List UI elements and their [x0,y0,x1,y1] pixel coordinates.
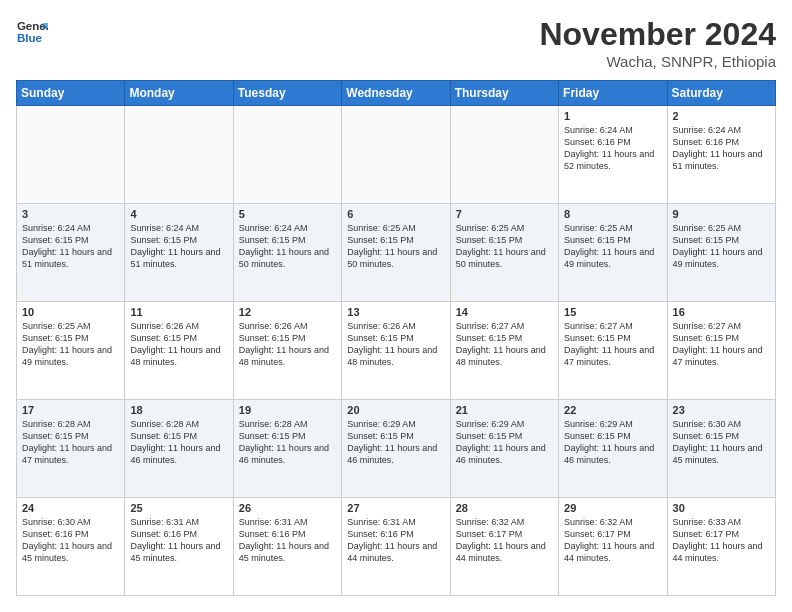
day-number: 17 [22,404,119,416]
calendar-cell: 22Sunrise: 6:29 AM Sunset: 6:15 PM Dayli… [559,400,667,498]
day-info: Sunrise: 6:31 AM Sunset: 6:16 PM Dayligh… [130,516,227,565]
day-number: 26 [239,502,336,514]
calendar-cell: 21Sunrise: 6:29 AM Sunset: 6:15 PM Dayli… [450,400,558,498]
calendar-table: SundayMondayTuesdayWednesdayThursdayFrid… [16,80,776,596]
calendar-cell: 6Sunrise: 6:25 AM Sunset: 6:15 PM Daylig… [342,204,450,302]
calendar-cell: 25Sunrise: 6:31 AM Sunset: 6:16 PM Dayli… [125,498,233,596]
day-number: 16 [673,306,770,318]
calendar-cell: 4Sunrise: 6:24 AM Sunset: 6:15 PM Daylig… [125,204,233,302]
day-number: 15 [564,306,661,318]
calendar-cell: 18Sunrise: 6:28 AM Sunset: 6:15 PM Dayli… [125,400,233,498]
calendar-header-wednesday: Wednesday [342,81,450,106]
day-info: Sunrise: 6:25 AM Sunset: 6:15 PM Dayligh… [564,222,661,271]
calendar-cell: 19Sunrise: 6:28 AM Sunset: 6:15 PM Dayli… [233,400,341,498]
calendar-cell: 9Sunrise: 6:25 AM Sunset: 6:15 PM Daylig… [667,204,775,302]
calendar-cell [17,106,125,204]
calendar-week-row-2: 10Sunrise: 6:25 AM Sunset: 6:15 PM Dayli… [17,302,776,400]
day-number: 7 [456,208,553,220]
calendar-cell: 27Sunrise: 6:31 AM Sunset: 6:16 PM Dayli… [342,498,450,596]
day-number: 10 [22,306,119,318]
calendar-cell: 12Sunrise: 6:26 AM Sunset: 6:15 PM Dayli… [233,302,341,400]
calendar-cell [450,106,558,204]
calendar-cell: 14Sunrise: 6:27 AM Sunset: 6:15 PM Dayli… [450,302,558,400]
day-number: 18 [130,404,227,416]
day-info: Sunrise: 6:28 AM Sunset: 6:15 PM Dayligh… [239,418,336,467]
calendar-cell: 8Sunrise: 6:25 AM Sunset: 6:15 PM Daylig… [559,204,667,302]
day-number: 25 [130,502,227,514]
title-block: November 2024 Wacha, SNNPR, Ethiopia [539,16,776,70]
calendar-header-thursday: Thursday [450,81,558,106]
calendar-cell: 16Sunrise: 6:27 AM Sunset: 6:15 PM Dayli… [667,302,775,400]
day-info: Sunrise: 6:24 AM Sunset: 6:16 PM Dayligh… [673,124,770,173]
day-number: 13 [347,306,444,318]
calendar-cell [125,106,233,204]
calendar-header-row: SundayMondayTuesdayWednesdayThursdayFrid… [17,81,776,106]
logo: General Blue [16,16,48,48]
day-info: Sunrise: 6:27 AM Sunset: 6:15 PM Dayligh… [673,320,770,369]
day-number: 4 [130,208,227,220]
month-title: November 2024 [539,16,776,53]
calendar-cell: 13Sunrise: 6:26 AM Sunset: 6:15 PM Dayli… [342,302,450,400]
day-number: 12 [239,306,336,318]
calendar-header-friday: Friday [559,81,667,106]
location: Wacha, SNNPR, Ethiopia [539,53,776,70]
calendar-week-row-4: 24Sunrise: 6:30 AM Sunset: 6:16 PM Dayli… [17,498,776,596]
day-info: Sunrise: 6:31 AM Sunset: 6:16 PM Dayligh… [347,516,444,565]
day-number: 21 [456,404,553,416]
day-number: 24 [22,502,119,514]
day-info: Sunrise: 6:25 AM Sunset: 6:15 PM Dayligh… [22,320,119,369]
day-info: Sunrise: 6:27 AM Sunset: 6:15 PM Dayligh… [564,320,661,369]
day-info: Sunrise: 6:26 AM Sunset: 6:15 PM Dayligh… [347,320,444,369]
day-info: Sunrise: 6:31 AM Sunset: 6:16 PM Dayligh… [239,516,336,565]
day-number: 9 [673,208,770,220]
day-info: Sunrise: 6:24 AM Sunset: 6:15 PM Dayligh… [130,222,227,271]
calendar-cell: 26Sunrise: 6:31 AM Sunset: 6:16 PM Dayli… [233,498,341,596]
calendar-cell: 23Sunrise: 6:30 AM Sunset: 6:15 PM Dayli… [667,400,775,498]
day-number: 1 [564,110,661,122]
day-info: Sunrise: 6:30 AM Sunset: 6:15 PM Dayligh… [673,418,770,467]
day-number: 20 [347,404,444,416]
header: General Blue November 2024 Wacha, SNNPR,… [16,16,776,70]
day-info: Sunrise: 6:32 AM Sunset: 6:17 PM Dayligh… [564,516,661,565]
calendar-cell: 11Sunrise: 6:26 AM Sunset: 6:15 PM Dayli… [125,302,233,400]
calendar-cell: 10Sunrise: 6:25 AM Sunset: 6:15 PM Dayli… [17,302,125,400]
page: General Blue November 2024 Wacha, SNNPR,… [0,0,792,612]
day-number: 14 [456,306,553,318]
day-info: Sunrise: 6:25 AM Sunset: 6:15 PM Dayligh… [456,222,553,271]
logo-icon: General Blue [16,16,48,48]
calendar-cell: 2Sunrise: 6:24 AM Sunset: 6:16 PM Daylig… [667,106,775,204]
day-number: 27 [347,502,444,514]
day-info: Sunrise: 6:26 AM Sunset: 6:15 PM Dayligh… [239,320,336,369]
day-info: Sunrise: 6:29 AM Sunset: 6:15 PM Dayligh… [456,418,553,467]
day-number: 11 [130,306,227,318]
day-number: 2 [673,110,770,122]
calendar-week-row-1: 3Sunrise: 6:24 AM Sunset: 6:15 PM Daylig… [17,204,776,302]
day-info: Sunrise: 6:29 AM Sunset: 6:15 PM Dayligh… [347,418,444,467]
calendar-cell: 7Sunrise: 6:25 AM Sunset: 6:15 PM Daylig… [450,204,558,302]
day-info: Sunrise: 6:32 AM Sunset: 6:17 PM Dayligh… [456,516,553,565]
day-info: Sunrise: 6:25 AM Sunset: 6:15 PM Dayligh… [347,222,444,271]
calendar-cell: 15Sunrise: 6:27 AM Sunset: 6:15 PM Dayli… [559,302,667,400]
calendar-cell: 17Sunrise: 6:28 AM Sunset: 6:15 PM Dayli… [17,400,125,498]
day-info: Sunrise: 6:26 AM Sunset: 6:15 PM Dayligh… [130,320,227,369]
calendar-cell: 30Sunrise: 6:33 AM Sunset: 6:17 PM Dayli… [667,498,775,596]
calendar-cell: 5Sunrise: 6:24 AM Sunset: 6:15 PM Daylig… [233,204,341,302]
day-number: 6 [347,208,444,220]
day-number: 19 [239,404,336,416]
day-info: Sunrise: 6:24 AM Sunset: 6:15 PM Dayligh… [239,222,336,271]
day-number: 23 [673,404,770,416]
calendar-cell: 24Sunrise: 6:30 AM Sunset: 6:16 PM Dayli… [17,498,125,596]
day-number: 30 [673,502,770,514]
day-number: 3 [22,208,119,220]
calendar-cell [233,106,341,204]
day-info: Sunrise: 6:25 AM Sunset: 6:15 PM Dayligh… [673,222,770,271]
day-info: Sunrise: 6:29 AM Sunset: 6:15 PM Dayligh… [564,418,661,467]
day-number: 29 [564,502,661,514]
day-info: Sunrise: 6:27 AM Sunset: 6:15 PM Dayligh… [456,320,553,369]
calendar-cell [342,106,450,204]
day-number: 8 [564,208,661,220]
calendar-header-monday: Monday [125,81,233,106]
svg-text:Blue: Blue [17,32,43,44]
calendar-cell: 28Sunrise: 6:32 AM Sunset: 6:17 PM Dayli… [450,498,558,596]
day-number: 28 [456,502,553,514]
